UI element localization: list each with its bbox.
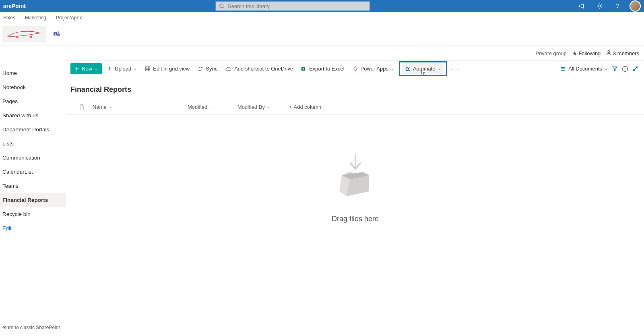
automate-highlight: Automate ⌄ xyxy=(399,61,447,76)
automate-button[interactable]: Automate ⌄ xyxy=(402,63,444,74)
search-input[interactable] xyxy=(228,3,366,9)
column-modified[interactable]: Modified ⌄ xyxy=(188,104,237,110)
nav-pages[interactable]: Pages xyxy=(0,94,66,108)
search-box[interactable] xyxy=(215,1,370,11)
svg-line-1 xyxy=(223,7,225,9)
chevron-down-icon: ⌄ xyxy=(95,66,98,71)
following-toggle[interactable]: ★ Following xyxy=(572,50,601,56)
svg-text:T: T xyxy=(54,32,56,35)
filter-icon[interactable] xyxy=(612,66,618,72)
svg-point-2 xyxy=(599,5,601,7)
nav-calendarlist[interactable]: CalendarList xyxy=(0,165,66,179)
expand-icon[interactable] xyxy=(632,66,638,72)
chevron-down-icon: ⌄ xyxy=(323,105,326,109)
nav-recyclebin[interactable]: Recycle bin xyxy=(0,207,66,221)
megaphone-icon[interactable] xyxy=(576,0,588,12)
following-label: Following xyxy=(578,50,601,56)
app-name: arePoint xyxy=(3,3,26,9)
new-button[interactable]: New ⌄ xyxy=(70,63,102,74)
hub-link-sales[interactable]: Sales xyxy=(3,15,15,21)
star-icon: ★ xyxy=(572,50,577,56)
excel-icon: X xyxy=(301,66,307,72)
export-label: Export to Excel xyxy=(309,66,344,72)
nav-communication[interactable]: Communication xyxy=(0,151,66,165)
column-filetype[interactable] xyxy=(70,104,93,110)
suite-bar: arePoint xyxy=(0,0,644,12)
library-title: Financial Reports xyxy=(66,77,644,100)
shortcut-label: Add shortcut to OneDrive xyxy=(234,66,293,72)
view-selector[interactable]: All Documents ⌄ xyxy=(560,66,608,72)
upload-icon xyxy=(107,66,112,72)
hub-nav: Sales Marketing ProjectApex xyxy=(0,12,644,22)
help-icon[interactable] xyxy=(612,0,623,12)
chevron-down-icon: ⌄ xyxy=(108,105,111,109)
chevron-down-icon: ⌄ xyxy=(438,66,441,71)
add-column-button[interactable]: + Add column ⌄ xyxy=(289,104,326,110)
site-logo[interactable] xyxy=(2,26,46,42)
hub-link-projectapex[interactable]: ProjectApex xyxy=(56,15,82,21)
plus-icon xyxy=(74,66,79,71)
teams-icon[interactable]: T xyxy=(53,30,60,37)
flow-icon xyxy=(405,66,411,72)
empty-folder-icon xyxy=(327,151,384,207)
left-nav: Home Notebook Pages Shared with us Depar… xyxy=(0,60,66,336)
info-icon[interactable] xyxy=(622,66,628,72)
nav-notebook[interactable]: Notebook xyxy=(0,80,66,94)
main-wrap: Home Notebook Pages Shared with us Depar… xyxy=(0,60,644,336)
gear-icon[interactable] xyxy=(594,0,605,12)
new-button-label: New xyxy=(82,66,92,72)
nav-deptportals[interactable]: Department Portals xyxy=(0,122,66,137)
chevron-down-icon: ⌄ xyxy=(134,66,137,71)
sync-button[interactable]: Sync xyxy=(194,63,221,74)
upload-button[interactable]: Upload ⌄ xyxy=(103,63,140,74)
svg-point-4 xyxy=(16,36,19,37)
command-bar-right: All Documents ⌄ xyxy=(560,66,640,72)
chevron-down-icon: ⌄ xyxy=(605,66,608,71)
return-classic-link[interactable]: eturn to classic SharePoint xyxy=(0,322,62,333)
suite-right xyxy=(576,0,641,12)
user-avatar[interactable] xyxy=(630,0,641,12)
column-modifiedby-label: Modified By xyxy=(237,104,265,110)
nav-edit-link[interactable]: Edit xyxy=(0,221,66,235)
nav-financialreports[interactable]: Financial Reports xyxy=(0,193,66,207)
list-view-icon xyxy=(560,66,566,72)
nav-home[interactable]: Home xyxy=(0,66,66,80)
svg-rect-10 xyxy=(146,66,150,71)
more-commands-button[interactable]: · · · xyxy=(449,66,461,72)
empty-text: Drag files here xyxy=(332,215,379,223)
svg-point-8 xyxy=(58,31,59,33)
column-headers: Name ⌄ Modified ⌄ Modified By ⌄ + Add co… xyxy=(66,100,644,115)
column-name[interactable]: Name ⌄ xyxy=(93,104,188,110)
search-icon xyxy=(219,3,225,9)
plus-icon: + xyxy=(289,104,292,110)
edit-grid-label: Edit in grid view xyxy=(153,66,190,72)
svg-point-5 xyxy=(30,36,32,37)
nav-shared[interactable]: Shared with us xyxy=(0,108,66,122)
svg-text:X: X xyxy=(302,67,304,70)
svg-point-9 xyxy=(608,51,610,53)
onedrive-shortcut-icon xyxy=(225,66,232,72)
svg-point-3 xyxy=(617,7,617,8)
grid-icon xyxy=(145,66,151,72)
automate-label: Automate xyxy=(413,66,436,72)
powerapps-icon xyxy=(353,66,358,72)
hub-link-marketing[interactable]: Marketing xyxy=(25,15,46,21)
command-bar: New ⌄ Upload ⌄ Edit in grid view xyxy=(66,60,644,77)
nav-teams[interactable]: Teams xyxy=(0,179,66,193)
members-count: 3 members xyxy=(613,50,639,56)
column-modifiedby[interactable]: Modified By ⌄ xyxy=(237,104,289,110)
shortcut-button[interactable]: Add shortcut to OneDrive xyxy=(222,63,296,74)
person-icon xyxy=(606,50,611,55)
edit-grid-button[interactable]: Edit in grid view xyxy=(142,63,193,74)
add-column-label: Add column xyxy=(294,104,322,110)
export-button[interactable]: X Export to Excel xyxy=(298,63,347,74)
empty-state: Drag files here xyxy=(66,115,644,223)
members-link[interactable]: 3 members xyxy=(606,50,639,56)
group-info: Private group ★ Following 3 members xyxy=(0,46,644,60)
column-name-label: Name xyxy=(93,104,107,110)
chevron-down-icon: ⌄ xyxy=(209,105,212,109)
upload-label: Upload xyxy=(115,66,131,72)
powerapps-button[interactable]: Power Apps ⌄ xyxy=(349,63,397,74)
svg-point-0 xyxy=(220,4,223,8)
nav-lists[interactable]: Lists xyxy=(0,137,66,151)
